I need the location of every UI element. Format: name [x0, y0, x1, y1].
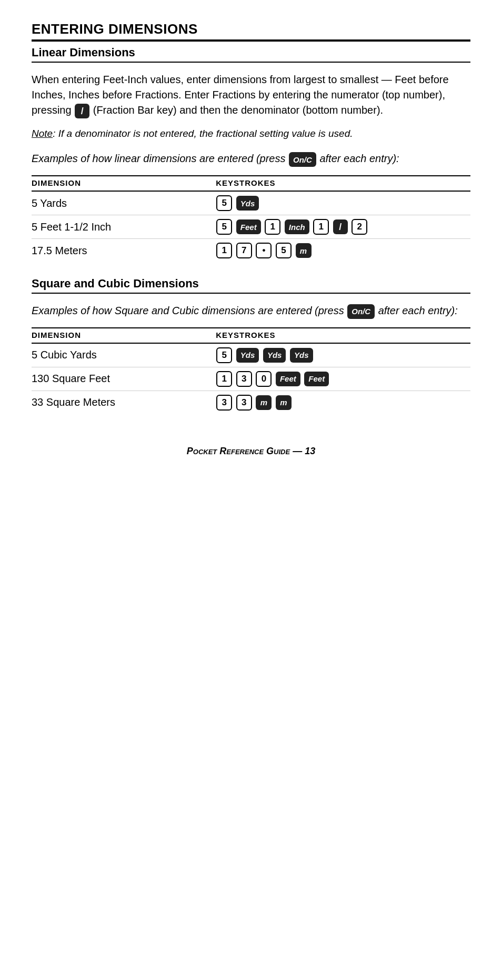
square-cubic-table: DIMENSION KEYSTROKES 5 Cubic Yards 5 Yds…: [32, 327, 470, 414]
key-m: m: [296, 243, 312, 258]
dim-130sq-feet: 130 Square Feet: [32, 367, 216, 391]
key-feet: Feet: [236, 219, 261, 234]
linear-table-header-keys: KEYSTROKES: [216, 176, 470, 191]
table-row: 33 Square Meters 3 3 m m: [32, 391, 470, 414]
key-yds2c: Yds: [290, 348, 313, 363]
keys-130sq-feet: 1 3 0 Feet Feet: [216, 367, 470, 391]
linear-example-intro: Examples of how linear dimensions are en…: [32, 151, 470, 167]
table-row: 5 Cubic Yards 5 Yds Yds Yds: [32, 343, 470, 367]
key-3b: 3: [236, 395, 252, 411]
table-row: 5 Feet 1-1/2 Inch 5 Feet 1 Inch 1 / 2: [32, 215, 470, 239]
linear-table: DIMENSION KEYSTROKES 5 Yards 5 Yds 5 Fee…: [32, 175, 470, 262]
dim-5cubic-yards: 5 Cubic Yards: [32, 343, 216, 367]
key-m2b: m: [276, 395, 292, 410]
page-main-title: ENTERING DIMENSIONS: [32, 21, 470, 37]
keys-33sq-meters: 3 3 m m: [216, 391, 470, 414]
fraction-bar-key-inline: /: [75, 104, 89, 118]
key-slash: /: [333, 219, 348, 234]
section-title-square-cubic: Square and Cubic Dimensions: [32, 277, 470, 291]
key-feet2a: Feet: [276, 372, 300, 386]
key-5d: 5: [216, 347, 232, 363]
onc-key-sq: On/C: [347, 304, 375, 319]
page-footer: Pocket Reference Guide — 13: [32, 446, 470, 457]
key-0: 0: [256, 371, 272, 387]
key-5b: 5: [216, 219, 232, 235]
onc-key-linear: On/C: [289, 152, 316, 167]
section-title-linear: Linear Dimensions: [32, 46, 470, 59]
key-1a: 1: [265, 219, 280, 235]
main-title-rule: [32, 39, 470, 42]
dim-5feet1inch: 5 Feet 1-1/2 Inch: [32, 215, 216, 239]
keys-5feet1inch: 5 Feet 1 Inch 1 / 2: [216, 215, 470, 239]
key-m2a: m: [256, 395, 272, 410]
key-1c: 1: [216, 243, 232, 258]
key-3a: 3: [216, 395, 232, 411]
table-row: 5 Yards 5 Yds: [32, 191, 470, 215]
key-5c: 5: [276, 243, 292, 258]
dim-33sq-meters: 33 Square Meters: [32, 391, 216, 414]
key-1b: 1: [313, 219, 329, 235]
key-yds: Yds: [236, 196, 259, 211]
table-row: 17.5 Meters 1 7 • 5 m: [32, 239, 470, 263]
square-cubic-example-intro: Examples of how Square and Cubic dimensi…: [32, 303, 470, 319]
key-dot: •: [256, 243, 272, 258]
linear-body-text: When entering Feet-Inch values, enter di…: [32, 72, 470, 118]
key-1d: 1: [216, 371, 232, 387]
keys-17-5m: 1 7 • 5 m: [216, 239, 470, 263]
footer-text: Pocket Reference Guide — 13: [187, 446, 315, 456]
linear-table-header-dim: DIMENSION: [32, 176, 216, 191]
linear-note: Note: If a denominator is not entered, t…: [32, 127, 470, 141]
key-5: 5: [216, 195, 232, 211]
dim-17-5m: 17.5 Meters: [32, 239, 216, 263]
keys-5yards: 5 Yds: [216, 191, 470, 215]
keys-5cubic-yards: 5 Yds Yds Yds: [216, 343, 470, 367]
key-inch: Inch: [285, 219, 309, 234]
linear-title-rule: [32, 62, 470, 63]
key-yds2b: Yds: [263, 348, 286, 363]
square-cubic-title-rule: [32, 293, 470, 294]
sq-table-header-keys: KEYSTROKES: [216, 328, 470, 343]
note-label: Note: [32, 128, 53, 139]
key-feet2b: Feet: [304, 372, 329, 386]
key-2: 2: [352, 219, 367, 235]
dim-5yards: 5 Yards: [32, 191, 216, 215]
table-row: 130 Square Feet 1 3 0 Feet Feet: [32, 367, 470, 391]
key-3: 3: [236, 371, 252, 387]
key-7: 7: [236, 243, 252, 258]
sq-table-header-dim: DIMENSION: [32, 328, 216, 343]
key-yds2a: Yds: [236, 348, 259, 363]
